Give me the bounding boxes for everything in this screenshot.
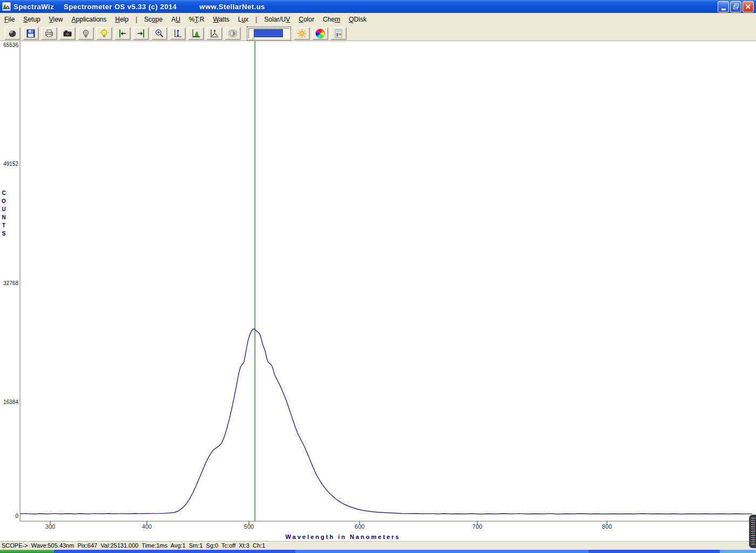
menu-item-watts[interactable]: Watts: [209, 15, 234, 24]
mouse-tool-button[interactable]: [4, 27, 21, 40]
snapshot-button[interactable]: [59, 27, 76, 40]
integration-time-slider[interactable]: [247, 27, 291, 40]
taskbar-strip-2[interactable]: [589, 550, 720, 553]
taskbar-sliver: [0, 550, 756, 553]
close-icon: ✕: [745, 3, 751, 10]
autoscale-y-button[interactable]: [170, 27, 186, 40]
window-title: SpectraWizSpectrometer OS v5.33 (c) 2014…: [14, 3, 265, 11]
bulb-off-icon: [81, 29, 91, 38]
timer-icon: [228, 29, 238, 38]
menu-item-tr[interactable]: %T:R: [185, 15, 209, 24]
y-axis-title-letter: T: [1, 222, 7, 228]
menu-item-chem[interactable]: Chem: [319, 15, 345, 24]
bulb-on-icon: [99, 29, 109, 38]
spectrum-plot-area: COUNTS Wavelength in Nanometers 01638432…: [0, 41, 756, 541]
app-version-text: Spectrometer OS v5.33 (c) 2014: [64, 3, 177, 11]
status-bar: SCOPE-> Wave:505.43nm Pix:647 Val:25131.…: [0, 541, 756, 550]
timer-button[interactable]: [225, 27, 241, 40]
report-button[interactable]: [330, 27, 347, 40]
x-axis-title: Wavelength in Nanometers: [286, 534, 401, 540]
sun-icon: [297, 29, 307, 38]
x-tick-label: 700: [473, 523, 482, 530]
menu-item-applications[interactable]: Applications: [68, 15, 111, 24]
menu-item-qdisk[interactable]: QDisk: [345, 15, 371, 24]
printer-icon: [44, 29, 54, 38]
menu-item-setup[interactable]: Setup: [19, 15, 44, 24]
x-tick-label: 500: [244, 523, 254, 530]
spectrum-trace: [21, 329, 752, 514]
y-tick-label: 16384: [0, 399, 18, 405]
menu-item-lux[interactable]: Lux: [234, 15, 253, 24]
cursor-left-button[interactable]: [114, 27, 131, 40]
floppy-icon: [26, 29, 36, 38]
app-name: SpectraWiz: [14, 3, 54, 11]
start-button-fragment[interactable]: [0, 550, 54, 553]
menu-item-file[interactable]: File: [0, 15, 19, 24]
x-tick-label: 600: [355, 523, 364, 530]
menu-bar: FileSetupViewApplicationsHelp|ScopeAU%T:…: [0, 13, 756, 26]
irradiance-button[interactable]: [294, 27, 310, 40]
minimize-button[interactable]: [718, 1, 729, 12]
app-logo-icon: [2, 2, 11, 11]
y-axis-title: COUNTS: [1, 190, 7, 237]
camera-icon: [63, 29, 72, 38]
slider-thumb-icon[interactable]: [251, 37, 255, 40]
x-tick-label: 300: [45, 523, 55, 530]
menu-item-scope[interactable]: Scope: [140, 15, 167, 24]
print-button[interactable]: [41, 27, 57, 40]
title-bar: SpectraWizSpectrometer OS v5.33 (c) 2014…: [0, 0, 756, 13]
restore-button[interactable]: [730, 1, 741, 12]
color-wheel-icon: [315, 29, 325, 38]
y-tick-label: 65536: [0, 42, 18, 48]
color-measure-button[interactable]: [312, 27, 328, 40]
menu-item-color[interactable]: Color: [294, 15, 319, 24]
menu-item-solaruv[interactable]: Solar/UV: [260, 15, 294, 24]
minimize-icon: [721, 9, 726, 10]
restore-icon: [733, 4, 739, 9]
peak-view-button[interactable]: [188, 27, 204, 40]
vendor-url: www.StellarNet.us: [199, 3, 265, 11]
y-axis-title-letter: O: [1, 198, 7, 204]
toolbar: [0, 26, 756, 41]
window-controls: ✕: [718, 1, 756, 12]
zoom-button[interactable]: [151, 27, 167, 40]
spectrum-chart: [0, 41, 756, 541]
menu-separator: |: [253, 16, 260, 23]
cursor-right-button[interactable]: [133, 27, 149, 40]
y-axis-title-letter: U: [1, 206, 7, 212]
close-button[interactable]: ✕: [742, 1, 754, 12]
cursor-right-icon: [136, 29, 146, 38]
y-tick-label: 0: [0, 513, 18, 519]
menu-item-au[interactable]: AU: [167, 15, 185, 24]
peak-hold-button[interactable]: [206, 27, 222, 40]
meter-stripes: [751, 518, 755, 545]
tray-fragment[interactable]: [720, 550, 756, 553]
slider-fill: [254, 29, 283, 37]
taskbar-strip[interactable]: [54, 550, 295, 553]
spectrawiz-window: SpectraWizSpectrometer OS v5.33 (c) 2014…: [0, 0, 756, 553]
y-tick-label: 32768: [0, 280, 18, 286]
y-axis-title-letter: S: [1, 231, 7, 237]
report-icon: [334, 29, 343, 38]
lamp-on-button[interactable]: [96, 27, 112, 40]
y-tick-label: 49152: [0, 161, 18, 167]
mouse-icon: [8, 29, 17, 38]
autoscale-icon: [173, 29, 183, 38]
cursor-left-icon: [118, 29, 127, 38]
desktop-meter-widget: [749, 515, 756, 548]
x-tick-label: 800: [602, 523, 612, 530]
menu-separator: |: [133, 16, 140, 23]
save-button[interactable]: [23, 27, 39, 40]
y-axis-title-letter: C: [1, 190, 7, 196]
menu-item-help[interactable]: Help: [111, 15, 133, 24]
peak-fill-icon: [191, 29, 201, 38]
x-tick-label: 400: [142, 523, 152, 530]
magnifier-icon: [154, 29, 164, 38]
peak-hold-icon: [210, 29, 219, 38]
menu-item-view[interactable]: View: [45, 15, 68, 24]
lamp-off-button[interactable]: [78, 27, 94, 40]
active-task-fragment[interactable]: [295, 550, 589, 553]
y-axis-title-letter: N: [1, 214, 7, 220]
